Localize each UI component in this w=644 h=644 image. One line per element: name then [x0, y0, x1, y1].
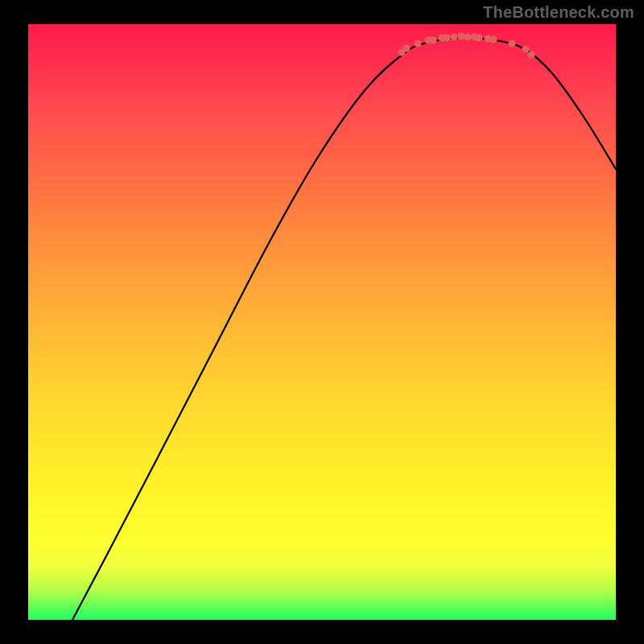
optimal-dot [522, 45, 529, 52]
optimal-dot [443, 34, 450, 41]
optimal-dot [464, 33, 471, 40]
optimal-dot [489, 35, 497, 43]
chart-frame: TheBottleneck.com [0, 0, 644, 644]
chart-svg [28, 24, 616, 620]
plot-area [28, 24, 616, 620]
optimal-dot-band [398, 32, 535, 58]
optimal-dot [450, 33, 457, 40]
optimal-dot [457, 32, 464, 39]
optimal-dot [527, 51, 535, 58]
optimal-dot [414, 39, 421, 47]
optimal-dot [475, 34, 482, 41]
optimal-dot [508, 39, 515, 47]
optimal-dot [429, 36, 436, 43]
bottleneck-curve [72, 38, 616, 620]
watermark-label: TheBottleneck.com [483, 3, 634, 22]
optimal-dot [402, 44, 410, 52]
